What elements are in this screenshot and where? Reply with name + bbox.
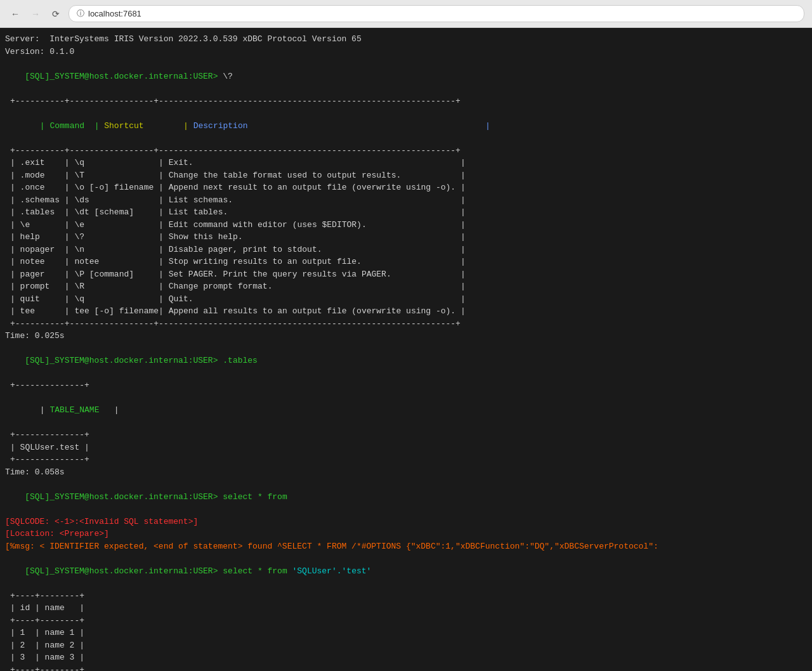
help-row-tables: | .tables | \dt [schema] | List tables. …: [5, 206, 807, 219]
help-cmd-text: \?: [223, 72, 233, 81]
address-bar[interactable]: ⓘ localhost:7681: [69, 5, 804, 22]
help-prompt-line: [SQL]_SYSTEM@host.docker.internal:USER> …: [0, 58, 812, 95]
tables-border-top: +--------------+: [5, 379, 807, 392]
back-button[interactable]: ←: [8, 6, 23, 22]
tables-row: | SQLUser.test |: [5, 441, 807, 454]
tables-prompt-line: [SQL]_SYSTEM@host.docker.internal:USER> …: [0, 342, 812, 380]
select-cmd-green: select *: [223, 492, 267, 502]
help-row-exit: | .exit | \q | Exit. |: [5, 157, 807, 169]
results-header: | id | name |: [5, 602, 807, 615]
error-msg-line: [%msg: < IDENTIFIER expected, <end of st…: [0, 540, 812, 553]
help-row-notee: | notee | notee | Stop writing results t…: [5, 256, 807, 268]
help-row-prompt: | prompt | \R | Change prompt format. |: [5, 280, 807, 293]
help-row-mode: | .mode | \T | Change the table format u…: [5, 169, 807, 182]
help-sep: +----------+-----------------+----------…: [5, 145, 807, 157]
prompt-tables: [SQL]_SYSTEM@host.docker.internal:USER>: [25, 356, 218, 365]
forward-button[interactable]: →: [28, 6, 43, 22]
help-header: | Command | Shortcut | Description |: [5, 107, 807, 145]
results-sep: +----+--------+: [5, 615, 807, 627]
help-row-tee: | tee | tee [-o] filename| Append all re…: [5, 305, 807, 318]
help-row-once: | .once | \o [-o] filename | Append next…: [5, 181, 807, 194]
results-row-1: | 1 | name 1 |: [5, 627, 807, 639]
error-sqlcode-line: [SQLCODE: <-1>:<Invalid SQL statement>]: [0, 516, 812, 528]
help-table: +----------+-----------------+----------…: [0, 95, 812, 330]
help-row-quit: | quit | \q | Quit. |: [5, 293, 807, 306]
browser-chrome: ← → ⟳ ⓘ localhost:7681: [0, 0, 812, 28]
tables-cmd: .tables: [223, 356, 258, 365]
help-row-nopager: | nopager | \n | Disable pager, print to…: [5, 244, 807, 256]
help-row-pager: | pager | \P [command] | Set PAGER. Prin…: [5, 268, 807, 281]
results-row-3: | 3 | name 3 |: [5, 651, 807, 664]
server-info-line: Server: InterSystems IRIS Version 2022.3…: [0, 33, 812, 46]
help-row-help: | help | \? | Show this help. |: [5, 231, 807, 244]
lock-icon: ⓘ: [77, 8, 84, 19]
version-line: Version: 0.1.0: [0, 46, 812, 58]
time-tables-line: Time: 0.058s: [0, 466, 812, 479]
tables-sep: +--------------+: [5, 429, 807, 441]
help-border-top: +----------+-----------------+----------…: [5, 95, 807, 108]
help-row-schemas: | .schemas | \ds | List schemas. |: [5, 194, 807, 207]
tables-header: | TABLE_NAME |: [5, 392, 807, 429]
tables-border-bot: +--------------+: [5, 453, 807, 466]
results-border-bot: +----+--------+: [5, 664, 807, 672]
select-error-prompt: [SQL]_SYSTEM@host.docker.internal:USER> …: [0, 478, 812, 516]
select-full-prompt: [SQL]_SYSTEM@host.docker.internal:USER> …: [0, 552, 812, 590]
error-location-line: [Location: <Prepare>]: [0, 528, 812, 540]
help-row-e: | \e | \e | Edit command with editor (us…: [5, 219, 807, 231]
refresh-button[interactable]: ⟳: [48, 6, 63, 22]
results-table: +----+--------+ | id | name | +----+----…: [0, 590, 812, 672]
prompt-text: [SQL]_SYSTEM@host.docker.internal:USER>: [25, 72, 218, 81]
help-border-bot: +----------+-----------------+----------…: [5, 318, 807, 330]
tables-result-table: +--------------+ | TABLE_NAME | +-------…: [0, 379, 812, 466]
time-help-line: Time: 0.025s: [0, 330, 812, 342]
terminal: Server: InterSystems IRIS Version 2022.3…: [0, 28, 812, 671]
results-border-top: +----+--------+: [5, 590, 807, 603]
url-text: localhost:7681: [88, 9, 141, 18]
results-row-2: | 2 | name 2 |: [5, 639, 807, 652]
